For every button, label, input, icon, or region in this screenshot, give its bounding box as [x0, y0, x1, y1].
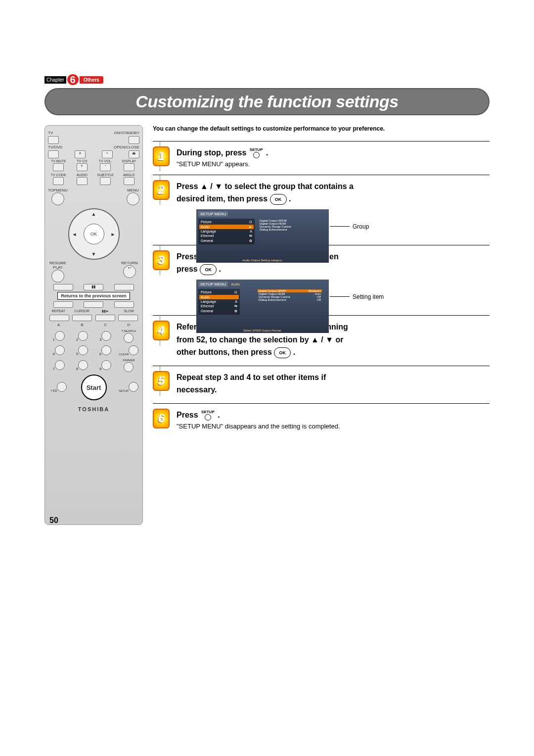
step-5: 5 Repeat step 3 and 4 to set other items… [153, 371, 490, 396]
setup-menu-screenshot-2: SETUP MENU Audio Picture⊡ Audio Language… [196, 280, 329, 333]
menu-item: Ethernet [201, 304, 214, 308]
menu-item: Ethernet [201, 234, 214, 238]
step-text: Press [177, 411, 200, 419]
step-2: 2 Press ▲ / ▼ to select the group that c… [153, 180, 490, 230]
step-text: Repeat step 3 and 4 to set other items i… [177, 371, 490, 384]
num-label: 1 [52, 337, 54, 342]
remote-button: ▮▮ [84, 284, 103, 290]
screen-side-item: Dialog Enhancement [260, 228, 291, 231]
chapter-label: Others [80, 76, 103, 84]
letter: D [127, 323, 130, 327]
screen-side-item: Digital Output SPDIF [260, 219, 291, 222]
remote-label: SUBTITLE [97, 173, 114, 177]
clear-button [129, 345, 138, 355]
remote-button [114, 301, 134, 308]
step-number: 2 [153, 180, 170, 200]
plus10-button [57, 382, 67, 392]
up-icon: ▲ [91, 211, 96, 217]
num-8 [78, 360, 88, 370]
topmenu-button [51, 192, 64, 205]
remote-button [53, 177, 64, 185]
menu-item: General [201, 239, 213, 243]
remote-label: TV VOL. [99, 159, 112, 163]
tsearch-button [124, 333, 134, 343]
annotation-setting: Setting item [330, 293, 490, 300]
remote-button [114, 284, 134, 290]
setup-menu-screenshot-1: SETUP MENU Picture⊡ Audio► LanguageA Eth… [196, 209, 329, 263]
letter: B [81, 323, 83, 327]
ok-icon: OK [200, 264, 217, 275]
remote-label: ▮▮► [95, 309, 116, 313]
step-text: from 52, to change the selection by ▲ / … [177, 333, 490, 346]
remote-illustration: TV ON/STANDBY TV/DVD OPEN/CLOSE ∧ + ⏏ TV… [44, 125, 143, 525]
screen-footer: Audio Output Setting category. [196, 259, 329, 262]
annotation-group: Group [330, 223, 490, 230]
num-4 [55, 345, 65, 355]
remote-button [53, 301, 73, 308]
screen-title: SETUP MENU [198, 211, 228, 217]
screen-title: SETUP MENU [198, 282, 228, 287]
remote-button [124, 177, 134, 185]
remote-button [118, 315, 138, 321]
remote-button [77, 177, 88, 185]
menu-item: Language [201, 300, 216, 303]
num-label: +10 [50, 388, 57, 393]
page-title: Customizing the function settings [48, 92, 486, 111]
num-label: 4 [52, 352, 54, 356]
remote-label: ON/STANDBY [114, 131, 139, 135]
letter: C [104, 323, 107, 327]
remote-label: REPEAT [48, 309, 69, 313]
step-text: . [218, 411, 220, 419]
remote-label: TV [48, 131, 53, 135]
step-text: desired item, then press [177, 194, 270, 203]
remote-eject-icon: ⏏ [129, 150, 139, 158]
remote-button: + [102, 150, 113, 158]
remote-button [53, 163, 64, 171]
step-text: Press ▲ / ▼ to select the group that con… [177, 180, 490, 193]
remote-button [100, 177, 111, 185]
resume-button [51, 270, 64, 283]
remote-button [95, 315, 115, 321]
screen-footer: Select SPDIF Output Format. [196, 329, 329, 332]
step-number: 3 [153, 250, 170, 270]
step-number: 5 [153, 371, 170, 391]
remote-button [124, 163, 134, 171]
dimmer-button [124, 362, 134, 372]
setting-value: Off [317, 298, 321, 301]
menu-item: Picture [201, 220, 212, 224]
chapter-tab: Chapter 6 Others [44, 74, 103, 85]
remote-label: TOPMENU [48, 188, 68, 192]
menu-item: Language [201, 230, 216, 233]
num-1 [55, 331, 65, 341]
remote-button [53, 284, 73, 290]
num-label: 5 [76, 352, 78, 356]
remote-button [84, 301, 103, 308]
remote-button: − [100, 163, 111, 171]
remote-label: RESUME PLAY [48, 261, 68, 270]
screen-crumb: Audio [231, 283, 240, 286]
menu-item: Audio [201, 225, 210, 229]
remote-button: ∧ [75, 150, 86, 158]
remote-label: TV CODE [51, 173, 66, 177]
step-number: 1 [153, 146, 170, 166]
num-2 [78, 331, 88, 341]
num-label: 8 [76, 367, 78, 371]
remote-label: DISPLAY [122, 159, 136, 163]
chapter-number: 6 [67, 74, 79, 85]
page-title-bar: Customizing the function settings [44, 88, 490, 115]
num-label: SETUP [119, 389, 129, 392]
ok-icon: OK [274, 347, 291, 358]
ok-icon: OK [270, 194, 287, 205]
remote-label: SLOW [119, 309, 140, 313]
letter: A [57, 323, 60, 327]
remote-button: ∨ [77, 163, 88, 171]
remote-button [48, 150, 59, 158]
left-icon: ◄ [72, 232, 77, 237]
remote-button [129, 136, 139, 144]
step-text: . [293, 348, 295, 356]
intro-text: You can change the default settings to c… [153, 125, 490, 132]
setup-button [129, 382, 138, 392]
step-sub-text: "SETUP MENU" appears. [177, 160, 490, 168]
menu-button [127, 192, 139, 205]
num-label: 9 [99, 367, 101, 371]
